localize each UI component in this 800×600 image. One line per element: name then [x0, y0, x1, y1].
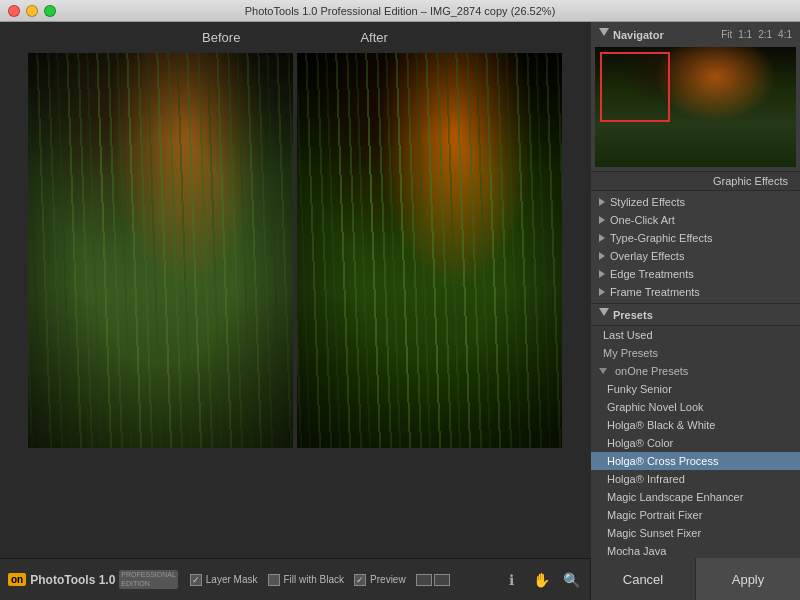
presets-list[interactable]: Last Used My Presets onOne Presets Funky… [591, 326, 800, 558]
triangle-icon [599, 216, 605, 224]
graphic-effects-label-area: Graphic Effects [591, 172, 800, 191]
presets-section: Presets Last Used My Presets onOne Prese… [591, 304, 800, 558]
bottom-toolbar: on PhotoTools 1.0 PROFESSIONALEDITION La… [0, 558, 590, 600]
zoom-icon[interactable]: 🔍 [560, 569, 582, 591]
layer-mask-label: Layer Mask [206, 574, 258, 585]
zoom-fit[interactable]: Fit [721, 29, 732, 40]
effect-label: Type-Graphic Effects [610, 232, 713, 244]
navigator-title: Navigator [613, 29, 664, 41]
effect-label: Stylized Effects [610, 196, 685, 208]
triangle-icon [599, 288, 605, 296]
before-image [28, 53, 293, 448]
after-image [297, 53, 562, 448]
effects-item-stylized[interactable]: Stylized Effects [591, 193, 800, 211]
after-label: After [360, 30, 387, 45]
expand-icon [599, 368, 607, 374]
effect-label: Edge Treatments [610, 268, 694, 280]
navigator-viewport-box[interactable] [600, 52, 670, 122]
preview-label: Preview [370, 574, 406, 585]
brand-on-logo: on [8, 573, 26, 586]
single-view-btn[interactable] [416, 574, 432, 586]
preview-checkbox[interactable] [354, 574, 366, 586]
effects-list: Stylized Effects One-Click Art Type-Grap… [591, 191, 800, 304]
triangle-icon [599, 234, 605, 242]
minimize-button[interactable] [26, 5, 38, 17]
before-label: Before [202, 30, 240, 45]
fill-black-option[interactable]: Fill with Black [268, 574, 345, 586]
preset-holga-infrared[interactable]: Holga® Infrared [591, 470, 800, 488]
maximize-button[interactable] [44, 5, 56, 17]
cancel-button[interactable]: Cancel [591, 558, 696, 600]
zoom-2-1[interactable]: 2:1 [758, 29, 772, 40]
triangle-icon [599, 198, 605, 206]
close-button[interactable] [8, 5, 20, 17]
presets-header: Presets [591, 304, 800, 326]
effects-item-oneclick[interactable]: One-Click Art [591, 211, 800, 229]
split-view-btn[interactable] [434, 574, 450, 586]
effects-item-frame[interactable]: Frame Treatments [591, 283, 800, 301]
navigator-thumbnail [595, 47, 796, 167]
zoom-1-1[interactable]: 1:1 [738, 29, 752, 40]
zoom-4-1[interactable]: 4:1 [778, 29, 792, 40]
effects-item-overlay[interactable]: Overlay Effects [591, 247, 800, 265]
preset-onone-presets[interactable]: onOne Presets [591, 362, 800, 380]
preset-my-presets[interactable]: My Presets [591, 344, 800, 362]
hand-icon[interactable]: ✋ [530, 569, 552, 591]
zoom-controls[interactable]: Fit 1:1 2:1 4:1 [721, 29, 792, 40]
effect-label: Frame Treatments [610, 286, 700, 298]
preset-magic-portrait[interactable]: Magic Portrait Fixer [591, 506, 800, 524]
preset-holga-color[interactable]: Holga® Color [591, 434, 800, 452]
presets-toggle-icon[interactable] [599, 308, 609, 321]
effects-item-edge[interactable]: Edge Treatments [591, 265, 800, 283]
navigator-section: Navigator Fit 1:1 2:1 4:1 [591, 22, 800, 172]
navigator-header: Navigator Fit 1:1 2:1 4:1 [595, 26, 796, 43]
preset-holga-bw[interactable]: Holga® Black & White [591, 416, 800, 434]
preset-last-used[interactable]: Last Used [591, 326, 800, 344]
toolbar-options: Layer Mask Fill with Black Preview [190, 574, 500, 586]
bottom-bar: on PhotoTools 1.0 PROFESSIONALEDITION La… [0, 558, 800, 600]
preset-graphic-novel[interactable]: Graphic Novel Look [591, 398, 800, 416]
layer-mask-checkbox[interactable] [190, 574, 202, 586]
effect-label: One-Click Art [610, 214, 675, 226]
main-container: Before After [0, 22, 800, 558]
preview-option[interactable]: Preview [354, 574, 406, 586]
preset-funky-senior[interactable]: Funky Senior [591, 380, 800, 398]
brand-edition-badge: PROFESSIONALEDITION [119, 570, 177, 589]
triangle-icon [599, 252, 605, 260]
brand-area: on PhotoTools 1.0 PROFESSIONALEDITION [8, 570, 178, 589]
fill-black-checkbox[interactable] [268, 574, 280, 586]
preset-magic-sunset[interactable]: Magic Sunset Fixer [591, 524, 800, 542]
effects-item-typegraphic[interactable]: Type-Graphic Effects [591, 229, 800, 247]
apply-button[interactable]: Apply [696, 558, 800, 600]
effect-label: Overlay Effects [610, 250, 684, 262]
vignette-overlay-after [297, 53, 562, 448]
layer-mask-option[interactable]: Layer Mask [190, 574, 258, 586]
toolbar-icons: ℹ ✋ 🔍 [500, 569, 582, 591]
navigator-toggle-icon[interactable] [599, 28, 609, 41]
preset-holga-cross[interactable]: Holga® Cross Process [591, 452, 800, 470]
window-controls[interactable] [8, 5, 56, 17]
window-title: PhotoTools 1.0 Professional Edition – IM… [245, 5, 556, 17]
preset-mocha-java[interactable]: Mocha Java [591, 542, 800, 558]
fill-black-label: Fill with Black [284, 574, 345, 585]
view-mode-selector[interactable] [416, 574, 450, 586]
comparison-labels: Before After [202, 30, 388, 45]
info-icon[interactable]: ℹ [500, 569, 522, 591]
triangle-icon [599, 270, 605, 278]
right-panel: Navigator Fit 1:1 2:1 4:1 Graphic Effect… [590, 22, 800, 558]
action-buttons: Cancel Apply [590, 558, 800, 600]
image-panel: Before After [0, 22, 590, 558]
vignette-overlay [28, 53, 293, 448]
graphic-effects-label: Graphic Effects [709, 173, 792, 189]
image-compare [28, 53, 562, 448]
title-bar: PhotoTools 1.0 Professional Edition – IM… [0, 0, 800, 22]
brand-name: PhotoTools 1.0 [30, 573, 115, 587]
presets-title: Presets [613, 309, 653, 321]
preset-magic-landscape[interactable]: Magic Landscape Enhancer [591, 488, 800, 506]
